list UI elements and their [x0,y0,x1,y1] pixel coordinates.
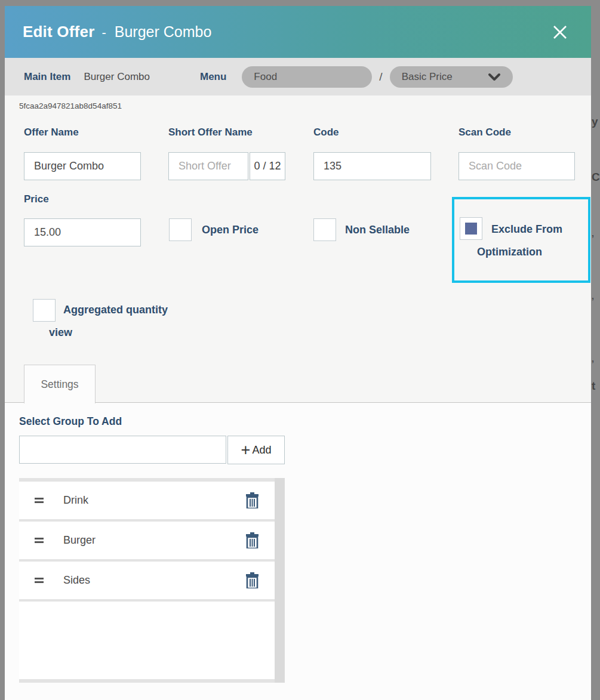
record-id: 5fcaa2a947821ab8d54af851 [19,101,122,110]
add-group-button-label: Add [252,444,271,457]
subheader-bar: Main Item Burger Combo Menu Food / Basic… [5,58,591,95]
open-price-label: Open Price [202,224,259,236]
background-text-fragment: t [592,380,595,393]
modal-title-action: Edit Offer [23,23,94,41]
price-level-value: Basic Price [402,71,453,83]
menu-category-value: Food [254,71,277,83]
background-text-fragment: ’ [592,233,594,243]
exclude-from-optimization-checkbox[interactable] [460,217,482,240]
modal-header: Edit Offer - Burger Combo [5,6,591,58]
exclude-from-optimization-highlight: Exclude From Optimization [452,197,590,283]
trash-icon [245,492,259,508]
short-offer-char-counter: 0 / 12 [250,152,285,180]
trash-icon [245,532,259,548]
edit-offer-modal: Edit Offer - Burger Combo Main Item Burg… [5,6,591,700]
code-input[interactable] [313,152,431,180]
groups-section: Select Group To Add + Add Drink [5,403,591,700]
drag-handle-icon[interactable] [35,576,44,585]
non-sellable-label: Non Sellable [345,224,410,236]
group-row-sides[interactable]: Sides [19,562,275,599]
scan-code-label: Scan Code [459,127,511,138]
main-item-label: Main Item [24,71,70,83]
delete-group-button[interactable] [245,572,259,588]
delete-group-button[interactable] [245,492,259,508]
modal-title-item: Burger Combo [115,23,212,41]
exclude-from-optimization-label: Exclude From [491,223,562,236]
short-offer-name-label: Short Offer Name [168,127,253,138]
select-group-title: Select Group To Add [19,415,122,428]
menu-category-pill[interactable]: Food [242,66,372,88]
background-text-fragment: C [592,171,600,184]
trash-icon [245,572,259,588]
tab-settings[interactable]: Settings [24,365,96,403]
add-group-button[interactable]: + Add [227,436,285,464]
drag-handle-icon[interactable] [35,496,44,505]
offer-name-input[interactable] [24,152,141,180]
group-list-empty-area [19,602,275,679]
non-sellable-checkbox[interactable] [313,218,336,241]
offer-form: 5fcaa2a947821ab8d54af851 Offer Name Shor… [5,95,591,403]
group-name: Burger [63,534,96,547]
group-list: Drink Burger [19,478,285,683]
short-offer-name-input[interactable] [168,152,248,180]
drag-handle-icon[interactable] [35,536,44,545]
group-name: Drink [63,494,88,507]
checkbox-checked-fill [465,223,477,235]
modal-title-separator: - [101,25,106,41]
menu-label: Menu [200,71,226,83]
exclude-from-optimization-label-line2: Optimization [477,246,542,258]
modal-backdrop: y C ’ ’ ’ t Edit Offer - Burger Combo Ma… [0,0,600,700]
close-icon [550,22,570,42]
code-label: Code [313,127,339,138]
group-list-scrollbar[interactable] [275,478,285,683]
aggregated-quantity-view-checkbox[interactable] [33,299,56,322]
price-input[interactable] [24,218,141,246]
offer-name-label: Offer Name [24,127,79,138]
price-label: Price [24,193,49,205]
aggregated-quantity-view-label-line2: view [49,326,72,339]
chevron-down-icon [488,73,501,81]
tab-settings-label: Settings [41,378,78,391]
close-button[interactable] [547,19,573,45]
open-price-checkbox[interactable] [169,218,192,241]
scan-code-input[interactable] [459,152,575,180]
group-name: Sides [63,574,90,587]
main-item-value: Burger Combo [84,71,150,83]
background-text-fragment: ’ [592,359,594,368]
delete-group-button[interactable] [245,532,259,548]
modal-title: Edit Offer - Burger Combo [23,23,211,41]
group-row-drink[interactable]: Drink [19,482,275,519]
background-text-fragment: y [592,115,598,128]
background-text-fragment: ’ [592,296,594,306]
price-level-dropdown[interactable]: Basic Price [390,66,513,88]
aggregated-quantity-view-label: Aggregated quantity [63,304,168,316]
group-search-input[interactable] [19,436,226,464]
group-row-burger[interactable]: Burger [19,522,275,559]
menu-path-separator: / [379,70,382,84]
